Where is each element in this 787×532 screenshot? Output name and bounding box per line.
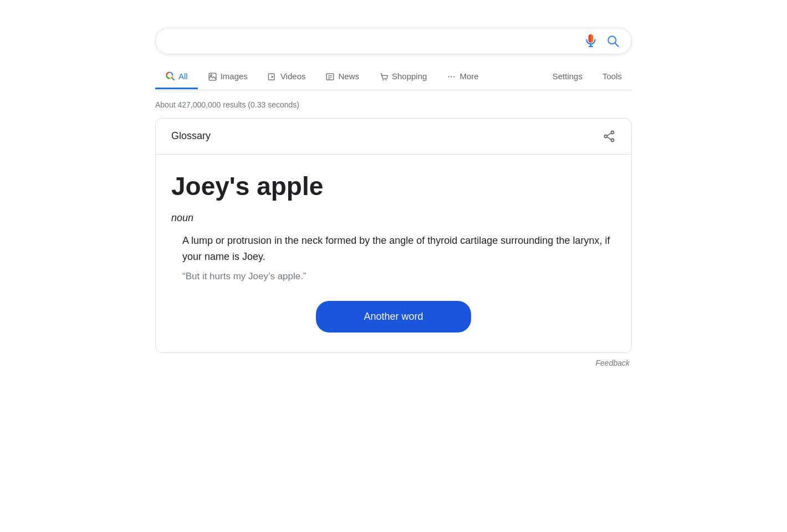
shopping-icon	[379, 71, 389, 81]
tab-shopping[interactable]: Shopping	[369, 64, 437, 90]
tab-videos[interactable]: Videos	[258, 64, 316, 90]
search-input[interactable]: friends glossary	[167, 35, 584, 48]
svg-line-23	[607, 137, 611, 140]
svg-point-20	[605, 135, 607, 138]
svg-point-17	[451, 76, 452, 77]
tab-more[interactable]: More	[437, 64, 488, 90]
word-example: “But it hurts my Joey’s apple.”	[171, 269, 616, 284]
more-dots-icon	[447, 71, 456, 81]
svg-point-7	[210, 74, 212, 76]
tab-news[interactable]: News	[315, 64, 369, 90]
feedback-label[interactable]: Feedback	[596, 359, 630, 367]
svg-marker-9	[272, 75, 274, 78]
another-word-button[interactable]: Another word	[316, 301, 471, 332]
results-count: About 427,000,000 results (0.33 seconds)	[155, 100, 299, 109]
nav-tabs: All Images Videos	[155, 64, 632, 90]
tab-more-label: More	[459, 71, 478, 81]
settings-label: Settings	[553, 71, 582, 81]
share-icon[interactable]	[602, 130, 616, 144]
svg-point-21	[611, 139, 614, 142]
tab-images-label: Images	[221, 71, 248, 81]
glossary-title: Glossary	[171, 130, 211, 142]
tab-settings[interactable]: Settings	[543, 65, 592, 89]
svg-point-14	[382, 79, 384, 80]
feedback-row: Feedback	[155, 359, 632, 367]
search-bar: friends glossary	[155, 28, 632, 54]
svg-rect-6	[209, 73, 216, 80]
all-search-icon	[165, 71, 175, 81]
glossary-card: Glossary Joey's apple noun A lump or pro…	[155, 118, 632, 354]
microphone-icon[interactable]	[584, 34, 598, 48]
glossary-body: Joey's apple noun A lump or protrusion i…	[156, 155, 631, 352]
search-icon[interactable]	[606, 34, 620, 48]
tab-tools[interactable]: Tools	[592, 65, 632, 89]
word-title: Joey's apple	[171, 171, 616, 201]
news-icon	[325, 71, 335, 81]
videos-icon	[268, 71, 277, 81]
images-icon	[208, 71, 217, 81]
tab-all-label: All	[178, 71, 188, 81]
svg-line-5	[172, 78, 174, 80]
tab-videos-label: Videos	[280, 71, 306, 81]
svg-point-19	[611, 131, 614, 134]
glossary-header: Glossary	[156, 119, 631, 155]
tab-images[interactable]: Images	[198, 64, 258, 90]
word-pos: noun	[171, 212, 616, 224]
results-info: About 427,000,000 results (0.33 seconds)	[155, 100, 632, 109]
tab-all[interactable]: All	[155, 64, 198, 89]
word-definition: A lump or protrusion in the neck formed …	[171, 233, 616, 265]
svg-point-15	[386, 79, 387, 80]
svg-point-16	[448, 76, 449, 77]
tools-label: Tools	[602, 71, 622, 81]
svg-point-18	[454, 76, 455, 77]
svg-line-3	[615, 43, 619, 47]
tab-news-label: News	[338, 71, 359, 81]
tab-shopping-label: Shopping	[392, 71, 427, 81]
svg-line-22	[607, 133, 611, 136]
